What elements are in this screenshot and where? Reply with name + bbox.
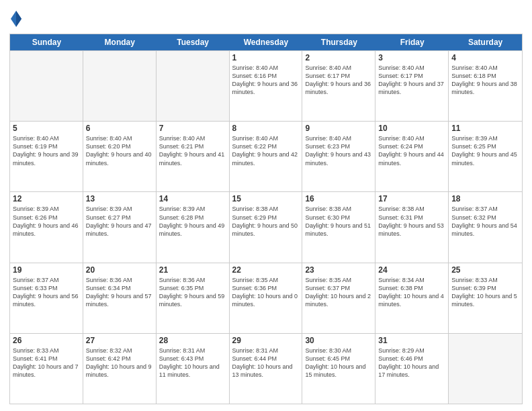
day-number: 15: [232, 194, 300, 203]
day-number: 30: [305, 336, 372, 345]
day-cell-11: 11Sunrise: 8:39 AM Sunset: 6:25 PM Dayli…: [449, 122, 522, 191]
day-cell-19: 19Sunrise: 8:37 AM Sunset: 6:33 PM Dayli…: [10, 263, 83, 333]
day-info: Sunrise: 8:36 AM Sunset: 6:35 PM Dayligh…: [159, 276, 226, 309]
day-info: Sunrise: 8:36 AM Sunset: 6:34 PM Dayligh…: [86, 276, 153, 309]
day-cell-24: 24Sunrise: 8:34 AM Sunset: 6:38 PM Dayli…: [375, 263, 449, 333]
day-cell-17: 17Sunrise: 8:38 AM Sunset: 6:31 PM Dayli…: [375, 192, 449, 262]
day-info: Sunrise: 8:40 AM Sunset: 6:24 PM Dayligh…: [378, 134, 445, 167]
empty-cell: [157, 51, 230, 121]
day-number: 8: [232, 124, 300, 133]
day-cell-9: 9Sunrise: 8:40 AM Sunset: 6:23 PM Daylig…: [302, 122, 375, 191]
day-header-monday: Monday: [83, 34, 157, 50]
day-info: Sunrise: 8:38 AM Sunset: 6:30 PM Dayligh…: [305, 205, 372, 238]
day-number: 13: [86, 194, 153, 203]
day-cell-6: 6Sunrise: 8:40 AM Sunset: 6:20 PM Daylig…: [83, 122, 157, 191]
day-number: 22: [232, 265, 300, 275]
day-number: 7: [159, 124, 226, 133]
day-cell-22: 22Sunrise: 8:35 AM Sunset: 6:36 PM Dayli…: [230, 263, 303, 333]
day-number: 28: [159, 336, 226, 345]
day-number: 3: [378, 53, 445, 62]
day-number: 1: [232, 53, 300, 62]
day-cell-20: 20Sunrise: 8:36 AM Sunset: 6:34 PM Dayli…: [83, 263, 157, 333]
day-cell-14: 14Sunrise: 8:39 AM Sunset: 6:28 PM Dayli…: [157, 192, 230, 262]
day-number: 4: [451, 53, 519, 62]
empty-cell: [83, 51, 157, 121]
day-info: Sunrise: 8:40 AM Sunset: 6:19 PM Dayligh…: [13, 134, 80, 167]
day-info: Sunrise: 8:39 AM Sunset: 6:25 PM Dayligh…: [451, 134, 519, 167]
day-number: 16: [305, 194, 372, 203]
day-cell-28: 28Sunrise: 8:31 AM Sunset: 6:43 PM Dayli…: [157, 334, 230, 404]
week-row-1: 1Sunrise: 8:40 AM Sunset: 6:16 PM Daylig…: [10, 50, 522, 121]
calendar: SundayMondayTuesdayWednesdayThursdayFrid…: [9, 34, 523, 404]
logo: [9, 9, 26, 28]
week-row-2: 5Sunrise: 8:40 AM Sunset: 6:19 PM Daylig…: [10, 121, 522, 191]
day-info: Sunrise: 8:40 AM Sunset: 6:16 PM Dayligh…: [232, 64, 300, 97]
day-number: 29: [232, 336, 300, 345]
day-info: Sunrise: 8:34 AM Sunset: 6:38 PM Dayligh…: [378, 276, 445, 309]
day-number: 5: [13, 124, 80, 133]
day-info: Sunrise: 8:39 AM Sunset: 6:27 PM Dayligh…: [86, 205, 153, 238]
day-info: Sunrise: 8:40 AM Sunset: 6:17 PM Dayligh…: [305, 64, 372, 97]
day-info: Sunrise: 8:39 AM Sunset: 6:28 PM Dayligh…: [159, 205, 226, 238]
page: SundayMondayTuesdayWednesdayThursdayFrid…: [0, 0, 532, 411]
day-info: Sunrise: 8:40 AM Sunset: 6:21 PM Dayligh…: [159, 134, 226, 167]
day-number: 19: [13, 265, 80, 275]
day-info: Sunrise: 8:40 AM Sunset: 6:17 PM Dayligh…: [378, 64, 445, 97]
day-info: Sunrise: 8:32 AM Sunset: 6:42 PM Dayligh…: [86, 347, 153, 379]
calendar-body: 1Sunrise: 8:40 AM Sunset: 6:16 PM Daylig…: [10, 50, 522, 404]
day-number: 9: [305, 124, 372, 133]
logo-icon: [9, 9, 23, 28]
day-cell-2: 2Sunrise: 8:40 AM Sunset: 6:17 PM Daylig…: [302, 51, 375, 121]
day-number: 17: [378, 194, 445, 203]
day-header-wednesday: Wednesday: [230, 34, 303, 50]
day-cell-7: 7Sunrise: 8:40 AM Sunset: 6:21 PM Daylig…: [157, 122, 230, 191]
day-info: Sunrise: 8:40 AM Sunset: 6:18 PM Dayligh…: [451, 64, 519, 97]
day-cell-21: 21Sunrise: 8:36 AM Sunset: 6:35 PM Dayli…: [157, 263, 230, 333]
day-info: Sunrise: 8:31 AM Sunset: 6:44 PM Dayligh…: [232, 347, 300, 379]
day-info: Sunrise: 8:33 AM Sunset: 6:41 PM Dayligh…: [13, 347, 80, 379]
day-number: 24: [378, 265, 445, 275]
day-number: 27: [86, 336, 153, 345]
day-info: Sunrise: 8:40 AM Sunset: 6:23 PM Dayligh…: [305, 134, 372, 167]
day-cell-30: 30Sunrise: 8:30 AM Sunset: 6:45 PM Dayli…: [302, 334, 375, 404]
week-row-4: 19Sunrise: 8:37 AM Sunset: 6:33 PM Dayli…: [10, 263, 522, 333]
day-number: 11: [451, 124, 519, 133]
day-number: 18: [451, 194, 519, 203]
week-row-3: 12Sunrise: 8:39 AM Sunset: 6:26 PM Dayli…: [10, 191, 522, 262]
day-header-thursday: Thursday: [302, 34, 375, 50]
day-number: 12: [13, 194, 80, 203]
day-number: 10: [378, 124, 445, 133]
day-number: 23: [305, 265, 372, 275]
svg-marker-1: [16, 11, 21, 27]
day-info: Sunrise: 8:35 AM Sunset: 6:36 PM Dayligh…: [232, 276, 300, 309]
header: [9, 7, 523, 28]
day-number: 6: [86, 124, 153, 133]
day-number: 21: [159, 265, 226, 275]
empty-cell: [10, 51, 83, 121]
day-header-friday: Friday: [375, 34, 449, 50]
day-info: Sunrise: 8:39 AM Sunset: 6:26 PM Dayligh…: [13, 205, 80, 238]
day-cell-25: 25Sunrise: 8:33 AM Sunset: 6:39 PM Dayli…: [449, 263, 522, 333]
day-cell-27: 27Sunrise: 8:32 AM Sunset: 6:42 PM Dayli…: [83, 334, 157, 404]
day-cell-31: 31Sunrise: 8:29 AM Sunset: 6:46 PM Dayli…: [375, 334, 449, 404]
empty-cell: [449, 334, 522, 404]
day-cell-18: 18Sunrise: 8:37 AM Sunset: 6:32 PM Dayli…: [449, 192, 522, 262]
week-row-5: 26Sunrise: 8:33 AM Sunset: 6:41 PM Dayli…: [10, 333, 522, 404]
day-info: Sunrise: 8:37 AM Sunset: 6:33 PM Dayligh…: [13, 276, 80, 309]
day-info: Sunrise: 8:40 AM Sunset: 6:20 PM Dayligh…: [86, 134, 153, 167]
day-info: Sunrise: 8:40 AM Sunset: 6:22 PM Dayligh…: [232, 134, 300, 167]
day-header-tuesday: Tuesday: [157, 34, 230, 50]
day-cell-16: 16Sunrise: 8:38 AM Sunset: 6:30 PM Dayli…: [302, 192, 375, 262]
day-header-sunday: Sunday: [10, 34, 83, 50]
day-info: Sunrise: 8:38 AM Sunset: 6:29 PM Dayligh…: [232, 205, 300, 238]
day-number: 25: [451, 265, 519, 275]
day-header-saturday: Saturday: [449, 34, 522, 50]
day-cell-26: 26Sunrise: 8:33 AM Sunset: 6:41 PM Dayli…: [10, 334, 83, 404]
day-info: Sunrise: 8:33 AM Sunset: 6:39 PM Dayligh…: [451, 276, 519, 309]
day-cell-10: 10Sunrise: 8:40 AM Sunset: 6:24 PM Dayli…: [375, 122, 449, 191]
day-number: 14: [159, 194, 226, 203]
day-info: Sunrise: 8:31 AM Sunset: 6:43 PM Dayligh…: [159, 347, 226, 379]
day-cell-23: 23Sunrise: 8:35 AM Sunset: 6:37 PM Dayli…: [302, 263, 375, 333]
calendar-header: SundayMondayTuesdayWednesdayThursdayFrid…: [10, 34, 522, 50]
day-info: Sunrise: 8:35 AM Sunset: 6:37 PM Dayligh…: [305, 276, 372, 309]
